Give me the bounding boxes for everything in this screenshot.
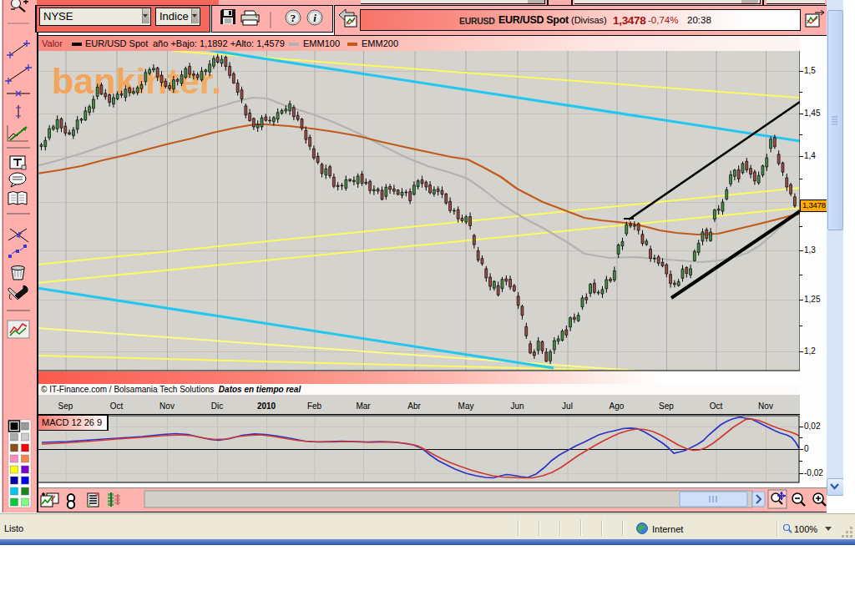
svg-text:i: i — [313, 12, 316, 24]
svg-text:bankinter.: bankinter. — [52, 61, 221, 101]
svg-text:?: ? — [291, 12, 296, 24]
